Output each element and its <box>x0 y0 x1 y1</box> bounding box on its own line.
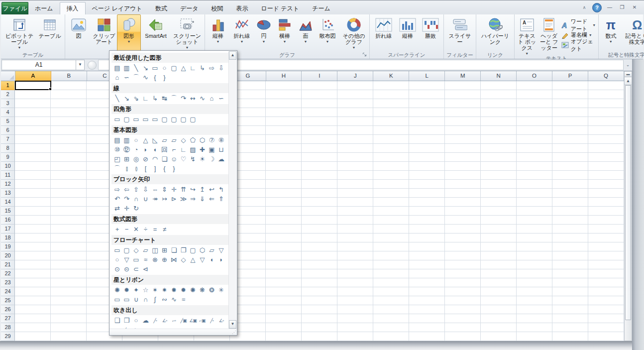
shape-scribble-icon[interactable]: ∽ <box>216 94 226 103</box>
row-header-13[interactable]: 13 <box>1 189 15 198</box>
shape-preparation-icon[interactable]: ⬡ <box>198 245 207 255</box>
shape-line-callout-1-border-accent-bar-icon[interactable]: ╱▣ <box>122 325 131 329</box>
cell-M27[interactable] <box>445 314 481 323</box>
shape-pie-icon[interactable]: ◔ <box>131 145 141 154</box>
cell-I16[interactable] <box>302 216 337 225</box>
tab-ページ レイアウト[interactable]: ページ レイアウト <box>86 2 149 14</box>
row-header-12[interactable]: 12 <box>1 180 15 189</box>
shape-freeform-icon[interactable]: ⌂ <box>207 94 216 103</box>
cell-P24[interactable] <box>552 287 588 296</box>
cell-I3[interactable] <box>302 99 337 108</box>
shape-line-double-arrow-icon[interactable]: ⇘ <box>131 94 141 103</box>
cell-N18[interactable] <box>481 233 517 242</box>
cell-M10[interactable] <box>445 162 481 171</box>
cell-I23[interactable] <box>302 278 337 287</box>
cell-O28[interactable] <box>517 323 552 332</box>
shape-terminator-icon[interactable]: ▢ <box>188 245 198 255</box>
shape-frame-icon[interactable]: 回 <box>160 145 169 154</box>
shape-oval-icon[interactable]: ○ <box>131 135 141 145</box>
cell-I15[interactable] <box>302 207 337 216</box>
cell-I28[interactable] <box>302 323 337 332</box>
cell-H8[interactable] <box>266 144 302 153</box>
cell-K4[interactable] <box>373 108 409 117</box>
shape-extract-icon[interactable]: △ <box>188 255 198 264</box>
cell-K7[interactable] <box>373 135 409 144</box>
tab-データ[interactable]: データ <box>174 2 205 14</box>
shape-moon-icon[interactable]: ☽ <box>207 154 216 164</box>
shape-rounded-rectangle-icon[interactable]: ▢ <box>169 63 179 73</box>
cell-K14[interactable] <box>373 198 409 207</box>
cell-J12[interactable] <box>337 180 373 189</box>
cell-O15[interactable] <box>517 207 552 216</box>
shape-quad-arrow-icon[interactable]: ✛ <box>169 185 179 194</box>
cell-L11[interactable] <box>409 171 445 180</box>
cell-K3[interactable] <box>373 99 409 108</box>
cell-A20[interactable] <box>15 251 51 260</box>
cell-Q24[interactable] <box>588 287 624 296</box>
cell-Q6[interactable] <box>588 126 624 135</box>
cell-O1[interactable] <box>517 81 552 90</box>
clip-art-button[interactable]: クリップ アート <box>91 15 117 52</box>
cell-L23[interactable] <box>409 278 445 287</box>
cell-H9[interactable] <box>266 153 302 162</box>
chart-scatter-button[interactable]: 散布図 ▼ <box>315 15 340 52</box>
shape-left-arrow-icon[interactable]: ⇦ <box>122 185 131 194</box>
cell-Q11[interactable] <box>588 171 624 180</box>
cell-H15[interactable] <box>266 207 302 216</box>
sparkline-winloss-button[interactable]: 勝敗 <box>419 15 442 52</box>
shape-round-same-side-corner-rectangle-icon[interactable]: ▢ <box>179 115 188 124</box>
cell-L25[interactable] <box>409 296 445 305</box>
slicer-button[interactable]: スライサー <box>445 15 474 52</box>
cell-L6[interactable] <box>409 126 445 135</box>
row-header-7[interactable]: 7 <box>1 135 15 144</box>
cell-P2[interactable] <box>552 90 588 99</box>
cell-K16[interactable] <box>373 216 409 225</box>
cell-M18[interactable] <box>445 233 481 242</box>
cell-A7[interactable] <box>15 135 51 144</box>
shape-chevron-arrow-icon[interactable]: ≫ <box>179 194 188 204</box>
cell-O3[interactable] <box>517 99 552 108</box>
shape-teardrop-icon[interactable]: ◗ <box>141 145 150 154</box>
cell-M6[interactable] <box>445 126 481 135</box>
cell-J4[interactable] <box>337 108 373 117</box>
shape-snip-and-round-single-corner-rectangle-icon[interactable]: ▢ <box>160 115 169 124</box>
shape-bent-up-arrow-icon[interactable]: ↥ <box>198 185 207 194</box>
wordart-button[interactable]: A ワードアート ▼ <box>561 21 596 30</box>
cell-K24[interactable] <box>373 287 409 296</box>
sparkline-column-button[interactable]: 縦棒 <box>396 15 419 52</box>
shape-half-frame-icon[interactable]: ⌐ <box>169 145 179 154</box>
cell-N5[interactable] <box>481 117 517 126</box>
cell-M15[interactable] <box>445 207 481 216</box>
cell-K10[interactable] <box>373 162 409 171</box>
shape-left-right-up-arrow-icon[interactable]: ⇈ <box>179 185 188 194</box>
cell-M3[interactable] <box>445 99 481 108</box>
cell-B7[interactable] <box>51 135 87 144</box>
shape-plus-icon[interactable]: + <box>112 225 122 234</box>
menu-scroll-up-icon[interactable]: ▲ <box>229 51 236 60</box>
cell-B14[interactable] <box>51 198 87 207</box>
cell-N8[interactable] <box>481 144 517 153</box>
column-header-J[interactable]: J <box>337 71 373 81</box>
cell-Q16[interactable] <box>588 216 624 225</box>
cell-I6[interactable] <box>302 126 337 135</box>
cell-H2[interactable] <box>266 90 302 99</box>
cell-L13[interactable] <box>409 189 445 198</box>
cell-O21[interactable] <box>517 260 552 269</box>
shape-star-12-point-icon[interactable]: ✺ <box>188 285 198 295</box>
cell-A22[interactable] <box>15 269 51 278</box>
sparkline-line-button[interactable]: 折れ線 <box>371 15 396 52</box>
shape-right-arrow-callout-icon[interactable]: ⇒ <box>188 194 198 204</box>
screenshot-button[interactable]: スクリーン ショット ▼ <box>171 15 203 52</box>
cell-O27[interactable] <box>517 314 552 323</box>
cell-L21[interactable] <box>409 260 445 269</box>
cell-Q15[interactable] <box>588 207 624 216</box>
shape-sun-icon[interactable]: ☀ <box>198 154 207 164</box>
cell-J14[interactable] <box>337 198 373 207</box>
row-header-20[interactable]: 20 <box>1 251 15 260</box>
shape-line-arrow-icon[interactable]: ↘ <box>141 63 150 73</box>
cell-N10[interactable] <box>481 162 517 171</box>
shape-line-callout-3-icon[interactable]: ⌐▫ <box>169 316 179 325</box>
cell-O14[interactable] <box>517 198 552 207</box>
cell-H4[interactable] <box>266 108 302 117</box>
cell-B22[interactable] <box>51 269 87 278</box>
